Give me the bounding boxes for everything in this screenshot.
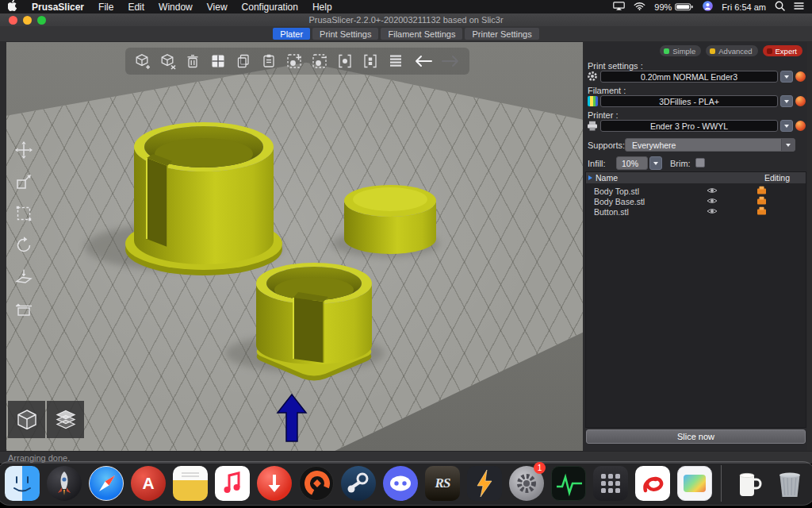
dock-icon-thunder[interactable]	[465, 464, 504, 503]
wifi-icon[interactable]	[634, 2, 645, 12]
dock-icon-music[interactable]	[213, 464, 252, 503]
menu-edit[interactable]: Edit	[128, 2, 144, 13]
dock-icon-system-preferences[interactable]: 1	[507, 464, 546, 503]
undo-button[interactable]	[409, 49, 436, 73]
split-to-parts-button[interactable]	[358, 49, 382, 73]
split-to-objects-button[interactable]	[333, 49, 357, 73]
object-list-header[interactable]: Name Editing	[586, 172, 806, 183]
supports-select[interactable]: Everywhere	[625, 138, 795, 152]
object-row-button[interactable]: Button.stl	[586, 206, 806, 217]
dock-icon-mug[interactable]	[728, 464, 768, 503]
add-button[interactable]	[130, 49, 154, 73]
print-settings-dropdown-button[interactable]	[780, 71, 793, 83]
name-column-header[interactable]: Name	[596, 173, 618, 183]
app-menu[interactable]: PrusaSlicer	[32, 2, 84, 13]
dock-icon-downloader[interactable]	[255, 464, 294, 503]
viewport-3d[interactable]	[6, 42, 583, 451]
layers-preview-button[interactable]	[47, 401, 84, 438]
editing-icon[interactable]	[756, 206, 767, 217]
apple-menu-icon[interactable]	[8, 0, 17, 13]
spotlight-icon[interactable]	[775, 1, 785, 13]
dock-icon-launchpad[interactable]	[44, 464, 84, 503]
menu-help[interactable]: Help	[312, 2, 332, 13]
infill-dropdown-button[interactable]	[649, 156, 662, 170]
mode-advanced[interactable]: Advanced	[706, 45, 757, 56]
delete-all-button[interactable]	[181, 49, 205, 73]
add-instance-button[interactable]	[282, 49, 306, 73]
arrange-button[interactable]	[206, 49, 230, 73]
visibility-eye-icon[interactable]	[707, 187, 718, 196]
zoom-button[interactable]	[37, 16, 46, 25]
dock-icon-image-viewer[interactable]	[675, 464, 714, 503]
print-settings-ball-icon[interactable]	[795, 71, 806, 82]
screen-mirroring-icon[interactable]	[613, 2, 625, 12]
minimize-button[interactable]	[23, 16, 32, 25]
filament-dropdown-button[interactable]	[780, 95, 793, 107]
visibility-eye-icon[interactable]	[707, 207, 718, 217]
brim-checkbox[interactable]	[695, 158, 705, 167]
simple-mode-icon	[664, 48, 669, 54]
infill-value: 10%	[622, 159, 638, 168]
select-tool[interactable]	[11, 201, 36, 226]
menu-file[interactable]: File	[98, 2, 113, 13]
infill-select[interactable]: 10%	[616, 156, 648, 170]
supports-dropdown-arrow[interactable]	[781, 139, 795, 151]
mode-expert[interactable]: Expert	[763, 45, 802, 56]
user-account-icon[interactable]	[703, 1, 713, 13]
slice-now-button[interactable]: Slice now	[586, 429, 806, 444]
dock-icon-acrobat[interactable]	[633, 464, 672, 503]
dock-icon-finder[interactable]	[2, 464, 42, 503]
object-list: Name Editing Body Top.stl Body Base.stl …	[585, 171, 806, 428]
menu-clock[interactable]: Fri 6:54 am	[722, 2, 766, 12]
tab-plater[interactable]: Plater	[273, 28, 310, 40]
dock-icon-safari[interactable]	[86, 464, 126, 503]
dock-icon-runescape[interactable]: RS	[423, 464, 462, 503]
editing-icon[interactable]	[756, 196, 767, 206]
tab-print-settings[interactable]: Print Settings	[312, 28, 378, 40]
menu-configuration[interactable]: Configuration	[242, 2, 298, 13]
dock-icon-activity-monitor[interactable]	[549, 464, 588, 503]
print-settings-combo[interactable]: 0.20mm NORMAL Ender3	[600, 71, 778, 83]
filament-ball-icon[interactable]	[795, 96, 806, 106]
remove-button[interactable]	[155, 49, 179, 73]
move-tool[interactable]	[11, 137, 36, 163]
paste-button[interactable]	[257, 49, 281, 73]
printer-combo[interactable]: Ender 3 Pro - WWYL	[600, 120, 778, 132]
notification-center-icon[interactable]	[794, 2, 804, 12]
editing-column-header[interactable]: Editing	[764, 173, 790, 183]
cut-tool[interactable]	[11, 296, 36, 321]
object-row-body-base[interactable]: Body Base.stl	[586, 196, 806, 206]
battery-indicator[interactable]: 99%	[654, 2, 694, 12]
dock-icon-prusaslicer[interactable]	[297, 464, 336, 503]
tab-filament-settings[interactable]: Filament Settings	[381, 28, 462, 40]
printer-dropdown-button[interactable]	[780, 120, 793, 132]
object-name: Body Top.stl	[594, 187, 639, 196]
mode-simple[interactable]: Simple	[660, 45, 701, 56]
mode-simple-label: Simple	[672, 47, 695, 56]
dock-icon-discord[interactable]	[381, 464, 420, 503]
remove-instance-button[interactable]	[308, 49, 331, 73]
menu-view[interactable]: View	[207, 2, 228, 13]
window-titlebar[interactable]: PrusaSlicer-2.2.0+-202003211132 based on…	[0, 13, 812, 26]
dock-icon-trash[interactable]	[770, 464, 810, 503]
dock-icon-red-a-app[interactable]: A	[128, 464, 168, 503]
rotate-tool[interactable]	[11, 233, 36, 258]
close-button[interactable]	[9, 16, 17, 25]
menu-window[interactable]: Window	[159, 2, 193, 13]
sort-indicator-icon	[588, 175, 592, 180]
tab-printer-settings[interactable]: Printer Settings	[465, 28, 538, 40]
layer-editing-button[interactable]	[384, 49, 408, 73]
editing-icon[interactable]	[756, 186, 767, 196]
printer-ball-icon[interactable]	[795, 121, 806, 131]
redo-button[interactable]	[438, 49, 465, 73]
3d-view-button[interactable]	[8, 401, 45, 438]
dock-icon-files-app[interactable]	[170, 464, 210, 503]
visibility-eye-icon[interactable]	[707, 197, 718, 206]
copy-button[interactable]	[232, 49, 255, 73]
place-on-face-tool[interactable]	[11, 264, 36, 290]
object-row-body-top[interactable]: Body Top.stl	[586, 186, 806, 196]
dock-icon-keypad-app[interactable]	[591, 464, 630, 503]
scale-tool[interactable]	[11, 169, 36, 194]
dock-icon-steam[interactable]	[339, 464, 378, 503]
filament-combo[interactable]: 3DFillies - PLA+	[600, 95, 778, 107]
